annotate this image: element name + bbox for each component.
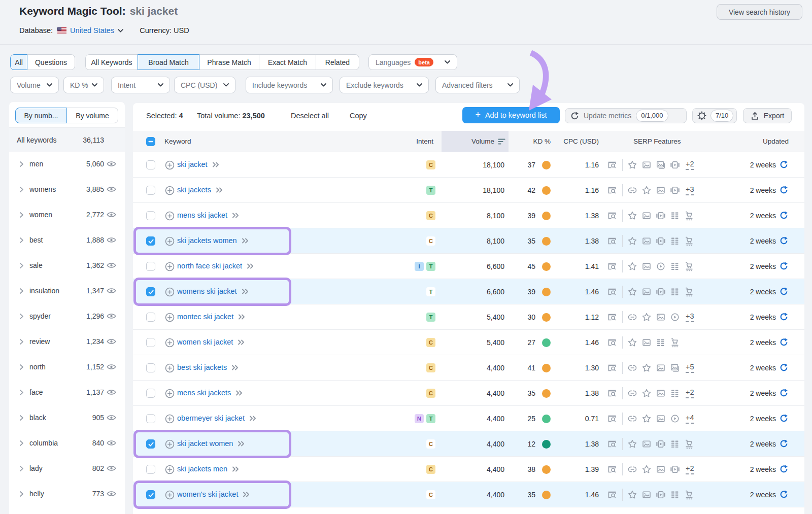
tab-all[interactable]: All	[10, 54, 27, 70]
keyword-group-women[interactable]: women 2,772	[9, 202, 125, 228]
filter-kd-[interactable]: KD %	[63, 77, 104, 93]
serp-preview-icon[interactable]	[607, 211, 617, 221]
add-keyword-icon[interactable]	[165, 186, 175, 195]
keyword-group-columbia[interactable]: columbia 840	[9, 431, 125, 456]
expand-keyword-icon[interactable]	[231, 364, 240, 371]
serp-preview-icon[interactable]	[607, 287, 617, 297]
serp-preview-icon[interactable]	[607, 363, 617, 373]
add-keyword-icon[interactable]	[165, 313, 175, 322]
settings-button[interactable]: 7/10	[692, 108, 737, 123]
row-checkbox[interactable]	[146, 414, 155, 423]
row-checkbox[interactable]	[146, 262, 155, 271]
row-checkbox[interactable]	[146, 389, 155, 398]
keyword-link[interactable]: mens ski jacket	[177, 211, 240, 219]
sidebar-tab-by-volume[interactable]: By volume	[66, 108, 118, 123]
refresh-icon[interactable]	[780, 414, 788, 423]
row-checkbox[interactable]	[146, 439, 155, 449]
refresh-icon[interactable]	[780, 313, 788, 321]
keyword-group-womens[interactable]: womens 3,885	[9, 177, 125, 202]
tab-phrase-match[interactable]: Phrase Match	[199, 54, 259, 70]
column-header-keyword[interactable]: Keyword	[164, 138, 191, 145]
expand-keyword-icon[interactable]	[242, 491, 251, 498]
sidebar-tab-by-number[interactable]: By numb...	[15, 108, 67, 123]
keyword-group-spyder[interactable]: spyder 1,296	[9, 304, 125, 329]
filter-volume[interactable]: Volume	[10, 77, 59, 93]
column-header-cpc[interactable]: CPC (USD)	[563, 138, 599, 145]
keyword-link[interactable]: ski jackets	[177, 186, 224, 194]
languages-dropdown[interactable]: Languages beta	[368, 54, 457, 70]
row-checkbox[interactable]	[146, 186, 155, 195]
deselect-all-link[interactable]: Deselect all	[291, 112, 329, 120]
more-serp-features[interactable]: +2	[686, 464, 694, 474]
expand-keyword-icon[interactable]	[215, 186, 224, 194]
column-header-kd[interactable]: KD %	[533, 138, 551, 145]
refresh-icon[interactable]	[780, 338, 788, 347]
refresh-icon[interactable]	[780, 389, 788, 397]
update-metrics-button[interactable]: Update metrics 0/1,000	[565, 108, 687, 123]
eye-icon[interactable]	[107, 363, 116, 370]
add-to-keyword-list-button[interactable]: + Add to keyword list	[462, 107, 560, 123]
add-keyword-icon[interactable]	[165, 490, 175, 500]
refresh-icon[interactable]	[780, 160, 788, 169]
tab-exact-match[interactable]: Exact Match	[259, 54, 316, 70]
more-serp-features[interactable]: +4	[686, 414, 694, 424]
expand-keyword-icon[interactable]	[235, 389, 244, 397]
keyword-link[interactable]: ski jackets women	[177, 236, 250, 245]
eye-icon[interactable]	[107, 236, 116, 244]
expand-keyword-icon[interactable]	[249, 415, 257, 422]
row-checkbox[interactable]	[146, 236, 155, 246]
column-header-updated[interactable]: Updated	[763, 138, 789, 145]
serp-preview-icon[interactable]	[607, 312, 617, 322]
serp-preview-icon[interactable]	[607, 337, 617, 348]
keyword-link[interactable]: women ski jacket	[177, 338, 246, 346]
keyword-link[interactable]: obermeyer ski jacket	[177, 414, 257, 422]
column-header-intent[interactable]: Intent	[416, 138, 433, 145]
row-checkbox[interactable]	[146, 465, 155, 474]
row-checkbox[interactable]	[146, 160, 155, 169]
eye-icon[interactable]	[107, 287, 116, 294]
eye-icon[interactable]	[107, 414, 116, 421]
eye-icon[interactable]	[107, 160, 116, 167]
expand-keyword-icon[interactable]	[241, 288, 250, 295]
eye-icon[interactable]	[107, 465, 116, 472]
serp-preview-icon[interactable]	[607, 261, 617, 271]
add-keyword-icon[interactable]	[165, 465, 175, 474]
keyword-group-face[interactable]: face 1,137	[9, 380, 125, 405]
serp-preview-icon[interactable]	[607, 414, 617, 424]
add-keyword-icon[interactable]	[165, 414, 175, 424]
keyword-group-helly[interactable]: helly 773	[9, 482, 125, 507]
refresh-icon[interactable]	[780, 439, 788, 448]
add-keyword-icon[interactable]	[165, 160, 175, 170]
expand-keyword-icon[interactable]	[237, 440, 246, 448]
select-all-checkbox[interactable]	[146, 137, 155, 146]
keyword-link[interactable]: ski jacket women	[177, 439, 246, 448]
add-keyword-icon[interactable]	[165, 363, 175, 373]
eye-icon[interactable]	[107, 490, 116, 497]
serp-preview-icon[interactable]	[607, 160, 617, 170]
filter-include-keywords[interactable]: Include keywords	[246, 77, 333, 93]
expand-keyword-icon[interactable]	[246, 262, 255, 270]
serp-preview-icon[interactable]	[607, 439, 617, 449]
tab-broad-match[interactable]: Broad Match	[138, 54, 199, 70]
refresh-icon[interactable]	[780, 186, 788, 194]
keyword-link[interactable]: mens ski jackets	[177, 389, 244, 397]
keyword-link[interactable]: ski jacket	[177, 160, 220, 168]
column-header-serp[interactable]: SERP Features	[633, 138, 681, 145]
eye-icon[interactable]	[107, 262, 116, 269]
copy-link[interactable]: Copy	[350, 112, 367, 120]
filter-cpc-usd-[interactable]: CPC (USD)	[174, 77, 235, 93]
keyword-link[interactable]: womens ski jacket	[177, 287, 250, 295]
keyword-group-insulation[interactable]: insulation 1,347	[9, 279, 125, 304]
eye-icon[interactable]	[107, 338, 116, 345]
filter-exclude-keywords[interactable]: Exclude keywords	[340, 77, 429, 93]
column-header-volume[interactable]: Volume	[442, 131, 509, 152]
keyword-group-sale[interactable]: sale 1,362	[9, 253, 125, 279]
database-select[interactable]: United States	[70, 26, 123, 35]
add-keyword-icon[interactable]	[165, 439, 175, 449]
refresh-icon[interactable]	[780, 262, 788, 270]
keyword-link[interactable]: montec ski jacket	[177, 313, 246, 321]
more-serp-features[interactable]: +5	[686, 363, 694, 373]
serp-preview-icon[interactable]	[607, 490, 617, 500]
row-checkbox[interactable]	[146, 363, 155, 372]
tab-questions[interactable]: Questions	[27, 54, 75, 70]
